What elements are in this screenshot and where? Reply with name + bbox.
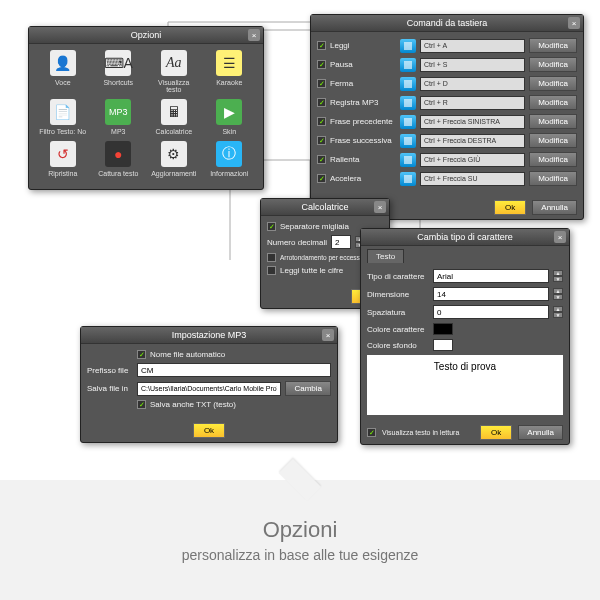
calculator-icon: 🖩 [161, 99, 187, 125]
close-icon[interactable]: × [322, 329, 334, 341]
opt-ripristina[interactable]: ↺Ripristina [39, 141, 87, 177]
opt-cattura-testo[interactable]: ●Cattura testo [94, 141, 142, 177]
close-icon[interactable]: × [554, 231, 566, 243]
label-charcolor: Colore carattere [367, 325, 429, 334]
spinner-spacing[interactable]: ▲▼ [553, 306, 563, 318]
action-icon [400, 153, 416, 167]
spinner-font[interactable]: ▲▼ [553, 270, 563, 282]
input-prefix[interactable] [137, 363, 331, 377]
modify-button[interactable]: Modifica [529, 95, 577, 110]
close-icon[interactable]: × [568, 17, 580, 29]
footer-subtitle: personalizza in base alle tue esigenze [182, 547, 419, 563]
action-icon [400, 134, 416, 148]
karaoke-icon: ☰ [216, 50, 242, 76]
label-save-txt: Salva anche TXT (testo) [150, 400, 236, 409]
opt-skin[interactable]: ▶Skin [205, 99, 253, 135]
checkbox-leggitutte[interactable] [267, 266, 276, 275]
opt-shortcuts[interactable]: ⌨AShortcuts [94, 50, 142, 93]
shortcut-label: Frase precedente [330, 117, 396, 126]
checkbox-view-reading[interactable]: ✓ [367, 428, 376, 437]
checkbox-save-txt[interactable]: ✓ [137, 400, 146, 409]
checkbox-shortcut[interactable]: ✓ [317, 60, 326, 69]
info-icon: ⓘ [216, 141, 242, 167]
modify-button[interactable]: Modifica [529, 171, 577, 186]
shortcut-label: Registra MP3 [330, 98, 396, 107]
modify-button[interactable]: Modifica [529, 133, 577, 148]
close-icon[interactable]: × [248, 29, 260, 41]
shortcut-combo[interactable]: Ctrl + R [420, 96, 525, 110]
checkbox-arrotondamento[interactable] [267, 253, 276, 262]
action-icon [400, 77, 416, 91]
label-folder: Salva file in [87, 384, 133, 393]
ok-button[interactable]: Ok [494, 200, 526, 215]
tab-testo[interactable]: Testo [367, 249, 404, 263]
opt-visualizza-testo[interactable]: AaVisualizza testo [150, 50, 198, 93]
cancel-button[interactable]: Annulla [518, 425, 563, 440]
titlebar-opzioni: Opzioni × [29, 27, 263, 44]
checkbox-shortcut[interactable]: ✓ [317, 136, 326, 145]
opt-karaoke[interactable]: ☰Karaoke [205, 50, 253, 93]
checkbox-shortcut[interactable]: ✓ [317, 79, 326, 88]
swatch-bgcolor[interactable] [433, 339, 453, 351]
action-icon [400, 115, 416, 129]
shortcut-combo[interactable]: Ctrl + Freccia DESTRA [420, 134, 525, 148]
opt-filtro-testo[interactable]: 📄Filtro Testo: No [39, 99, 87, 135]
swatch-charcolor[interactable] [433, 323, 453, 335]
checkbox-shortcut[interactable]: ✓ [317, 41, 326, 50]
restore-icon: ↺ [50, 141, 76, 167]
filter-icon: 📄 [50, 99, 76, 125]
modify-button[interactable]: Modifica [529, 76, 577, 91]
input-folder[interactable] [137, 382, 281, 396]
opt-calcolatrice[interactable]: 🖩Calcolatrice [150, 99, 198, 135]
ok-button[interactable]: Ok [480, 425, 512, 440]
modify-button[interactable]: Modifica [529, 152, 577, 167]
voice-icon: 👤 [50, 50, 76, 76]
shortcut-label: Accelera [330, 174, 396, 183]
shortcut-combo[interactable]: Ctrl + Freccia SU [420, 172, 525, 186]
svg-rect-4 [404, 118, 412, 126]
opt-aggiornamenti[interactable]: ⚙Aggiornamenti [150, 141, 198, 177]
action-icon [400, 58, 416, 72]
svg-rect-3 [404, 99, 412, 107]
ok-button[interactable]: Ok [193, 423, 225, 438]
checkbox-shortcut[interactable]: ✓ [317, 174, 326, 183]
canvas: Opzioni × 👤Voce ⌨AShortcuts AaVisualizza… [0, 0, 600, 480]
modify-button[interactable]: Modifica [529, 57, 577, 72]
footer-title: Opzioni [263, 517, 338, 543]
titlebar-calcolatrice: Calcolatrice × [261, 199, 389, 216]
shortcut-label: Frase successiva [330, 136, 396, 145]
input-size[interactable] [433, 287, 549, 301]
input-decimali[interactable] [331, 235, 351, 249]
checkbox-shortcut[interactable]: ✓ [317, 155, 326, 164]
label-view-reading: Visualizza testo in lettura [382, 429, 474, 436]
skin-icon: ▶ [216, 99, 242, 125]
close-icon[interactable]: × [374, 201, 386, 213]
shortcut-combo[interactable]: Ctrl + Freccia GIÙ [420, 153, 525, 167]
checkbox-auto-filename[interactable]: ✓ [137, 350, 146, 359]
opt-mp3[interactable]: MP3MP3 [94, 99, 142, 135]
modify-button[interactable]: Modifica [529, 114, 577, 129]
spinner-size[interactable]: ▲▼ [553, 288, 563, 300]
checkbox-separatore[interactable]: ✓ [267, 222, 276, 231]
input-font[interactable] [433, 269, 549, 283]
shortcut-combo[interactable]: Ctrl + Freccia SINISTRA [420, 115, 525, 129]
titlebar-carattere: Cambia tipo di carattere × [361, 229, 569, 246]
shortcut-combo[interactable]: Ctrl + A [420, 39, 525, 53]
opt-informazioni[interactable]: ⓘInformazioni [205, 141, 253, 177]
shortcut-combo[interactable]: Ctrl + S [420, 58, 525, 72]
checkbox-shortcut[interactable]: ✓ [317, 98, 326, 107]
label-size: Dimensione [367, 290, 429, 299]
window-opzioni: Opzioni × 👤Voce ⌨AShortcuts AaVisualizza… [28, 26, 264, 190]
font-preview: Testo di prova [367, 355, 563, 415]
opt-voce[interactable]: 👤Voce [39, 50, 87, 93]
cancel-button[interactable]: Annulla [532, 200, 577, 215]
svg-rect-2 [404, 80, 412, 88]
title-carattere: Cambia tipo di carattere [417, 232, 513, 242]
shortcut-combo[interactable]: Ctrl + D [420, 77, 525, 91]
modify-button[interactable]: Modifica [529, 38, 577, 53]
label-prefix: Prefisso file [87, 366, 133, 375]
input-spacing[interactable] [433, 305, 549, 319]
window-carattere: Cambia tipo di carattere × Testo Tipo di… [360, 228, 570, 445]
change-button[interactable]: Cambia [285, 381, 331, 396]
checkbox-shortcut[interactable]: ✓ [317, 117, 326, 126]
